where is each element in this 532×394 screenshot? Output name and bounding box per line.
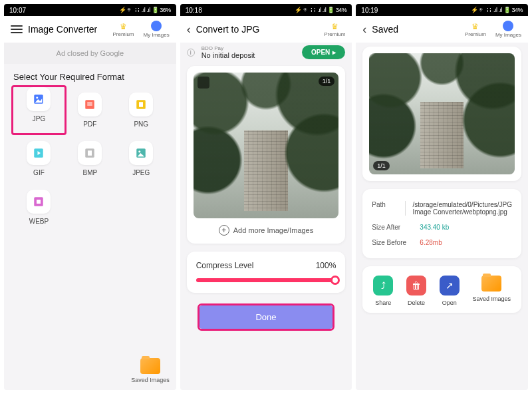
my-images-icon — [503, 21, 513, 31]
status-bar: 10:18 ⚡ ᯤ ⫶⫶ .ıl .ıl 🔋 34% — [180, 4, 352, 16]
format-pdf[interactable]: PDF — [65, 87, 116, 133]
back-icon[interactable]: ‹ — [187, 23, 191, 37]
format-gif[interactable]: GIF — [13, 136, 65, 182]
share-icon: ⤴ — [373, 276, 393, 296]
image-card: 1/1 + Add more Image/Images — [187, 66, 346, 244]
format-jpg[interactable]: JPG — [11, 85, 66, 135]
size-before-value: 6.28mb — [420, 239, 512, 246]
status-right: ⚡ ᯤ ⫶⫶ .ıl .ıl 🔋 34% — [295, 7, 346, 13]
promo-open-button[interactable]: OPEN▸ — [302, 45, 345, 59]
svg-rect-6 — [139, 102, 143, 107]
image-count-badge: 1/1 — [373, 161, 390, 170]
plus-icon: + — [219, 225, 229, 236]
svg-rect-13 — [37, 200, 41, 204]
crown-icon: ♛ — [471, 22, 479, 31]
status-time: 10:18 — [186, 7, 295, 14]
app-header: ‹ Saved ♛Premium My Images — [356, 16, 528, 43]
path-label: Path — [372, 201, 406, 216]
image-count-badge: 1/1 — [319, 77, 335, 86]
menu-icon[interactable] — [11, 25, 23, 33]
app-title: Image Converter — [28, 24, 104, 35]
screen-format-select: 10:07 ⚡ ᯤ ⫶⫶ .ıl .ıl 🔋 36% Image Convert… — [4, 4, 176, 390]
format-jpeg[interactable]: JPEG — [116, 136, 167, 182]
delete-icon: 🗑 — [406, 276, 426, 296]
app-title: Saved — [372, 24, 456, 35]
delete-button[interactable]: 🗑Delete — [406, 276, 426, 306]
folder-icon — [481, 276, 501, 292]
image-preview[interactable]: 1/1 — [194, 73, 339, 218]
done-highlight: Done — [198, 303, 335, 331]
saved-images-button[interactable]: Saved Images — [131, 358, 170, 383]
path-value: /storage/emulated/0/Pictures/JPG Image C… — [412, 201, 512, 216]
svg-rect-9 — [88, 150, 92, 156]
status-right: ⚡ ᯤ ⫶⫶ .ıl .ıl 🔋 36% — [119, 7, 171, 13]
screen-convert: 10:18 ⚡ ᯤ ⫶⫶ .ıl .ıl 🔋 34% ‹ Convert to … — [180, 4, 352, 390]
size-after-label: Size After — [372, 224, 413, 231]
add-more-button[interactable]: + Add more Image/Images — [194, 218, 339, 237]
app-header: ‹ Convert to JPG ♛Premium — [180, 16, 352, 43]
crown-icon: ♛ — [331, 22, 338, 31]
compress-slider[interactable] — [196, 278, 336, 282]
compress-label: Compress Level — [196, 261, 254, 270]
back-icon[interactable]: ‹ — [362, 23, 366, 37]
share-button[interactable]: ⤴Share — [373, 276, 393, 306]
crown-icon: ♛ — [120, 22, 127, 31]
status-bar: 10:19 ⚡ ᯤ ⫶⫶ .ıl .ıl 🔋 34% — [356, 4, 528, 16]
my-images-button[interactable]: My Images — [495, 21, 521, 38]
crop-icon[interactable] — [198, 77, 209, 89]
saved-image-card: 1/1 — [362, 47, 521, 181]
status-time: 10:07 — [9, 7, 119, 14]
compress-value: 100% — [316, 261, 336, 270]
status-bar: 10:07 ⚡ ᯤ ⫶⫶ .ıl .ıl 🔋 36% — [4, 4, 176, 16]
size-before-label: Size Before — [372, 239, 413, 246]
ad-info-icon[interactable]: i — [187, 49, 195, 57]
screen-saved: 10:19 ⚡ ᯤ ⫶⫶ .ıl .ıl 🔋 34% ‹ Saved ♛Prem… — [356, 4, 528, 390]
premium-button[interactable]: ♛Premium — [113, 22, 134, 37]
format-grid: JPG PDF PNG GIF BMP JPEG WEBP — [4, 87, 176, 230]
done-button[interactable]: Done — [200, 305, 333, 329]
saved-images-button[interactable]: Saved Images — [473, 276, 511, 306]
format-bmp[interactable]: BMP — [65, 136, 116, 182]
promo-text: BDO PayNo initial deposit — [201, 45, 298, 59]
promo-banner[interactable]: i BDO PayNo initial deposit OPEN▸ — [180, 43, 352, 62]
action-card: ⤴Share 🗑Delete ↗Open Saved Images — [362, 266, 521, 313]
app-title: Convert to JPG — [196, 24, 315, 35]
svg-point-1 — [37, 97, 39, 98]
ad-closed-bar: Ad closed by Google — [4, 43, 176, 64]
svg-rect-4 — [88, 104, 93, 106]
format-png[interactable]: PNG — [116, 87, 167, 133]
premium-button[interactable]: ♛Premium — [465, 22, 486, 37]
my-images-icon — [151, 21, 162, 31]
open-button[interactable]: ↗Open — [440, 276, 460, 306]
size-after-value: 343.40 kb — [420, 224, 512, 231]
saved-image-preview[interactable]: 1/1 — [369, 53, 515, 174]
status-right: ⚡ ᯤ ⫶⫶ .ıl .ıl 🔋 34% — [471, 7, 523, 13]
section-title: Select Your Required Format — [4, 64, 176, 87]
svg-rect-3 — [88, 102, 93, 104]
file-info-card: Path /storage/emulated/0/Pictures/JPG Im… — [362, 189, 521, 258]
svg-point-11 — [138, 150, 140, 152]
my-images-button[interactable]: My Images — [144, 21, 170, 38]
premium-button[interactable]: ♛Premium — [324, 22, 345, 37]
slider-thumb[interactable] — [331, 276, 340, 285]
app-header: Image Converter ♛Premium My Images — [4, 16, 176, 43]
folder-icon — [140, 358, 160, 374]
format-webp[interactable]: WEBP — [13, 184, 65, 230]
compress-card: Compress Level 100% — [187, 252, 346, 293]
status-time: 10:19 — [361, 7, 471, 14]
open-icon: ↗ — [440, 276, 460, 296]
